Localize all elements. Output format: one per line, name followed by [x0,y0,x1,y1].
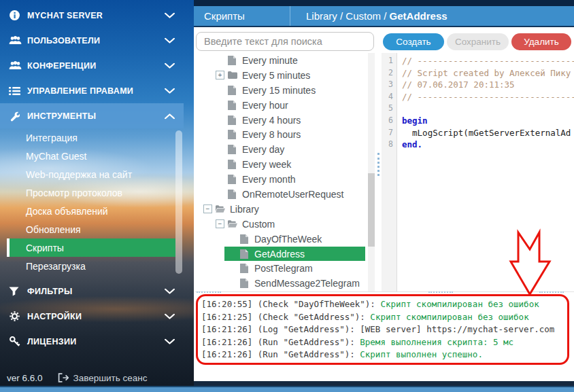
sidebar-item-tools[interactable]: ИНСТРУМЕНТЫ [0,103,184,128]
tree-item-library[interactable]: −Library [195,202,368,217]
chevron-down-icon[interactable] [165,313,175,319]
search-input[interactable] [196,32,374,51]
line-number: 1 [382,55,396,67]
expand-plus-icon[interactable]: + [216,71,224,79]
tree-item-day-of-the-week[interactable]: DayOfTheWeek [195,232,368,247]
tree-item-every-hour[interactable]: Every hour [195,98,368,113]
main-area: Скрипты Library / Custom / GetAddress Со… [194,0,574,392]
sidebar-item-users[interactable]: ПОЛЬЗОВАТЕЛИ [0,28,184,53]
tree-item-label: Every hour [242,100,288,111]
sidebar-item-label: НАСТРОЙКИ [27,312,82,321]
sidebar-item-conferences[interactable]: КОНФЕРЕНЦИИ [0,53,184,78]
line-number: 5 [382,103,396,115]
sidebar-footer: ver 6.6.0 Завершить сеанс [0,370,194,385]
tab-scripts[interactable]: Скрипты [194,6,290,26]
tree-item-label: Library [230,204,259,215]
code-line: // -------------------------------------… [402,55,574,67]
log-message: Скрипт скомпилирован без ошибок [370,312,528,322]
create-button[interactable]: Создать [383,33,444,50]
tree-item-every-month[interactable]: Every month [195,172,368,187]
folder-open-icon [228,220,237,228]
sidebar-subitem-label: Web-поддержка на сайт [26,169,132,180]
editor-gutter: 12345678 [382,53,397,291]
console-log-line: [16:21:26] (Log "GetAddress"): [WEB serv… [201,323,574,336]
tree-scrollbar-track[interactable] [368,53,375,291]
sidebar-item-licenses[interactable]: ЛИЦЕНЗИИ [0,329,184,354]
line-number: 6 [382,115,396,127]
code-editor[interactable]: 12345678 // ----------------------------… [382,53,574,291]
tree-item-every-week[interactable]: Every week [195,157,368,172]
collapse-minus-icon[interactable]: − [216,219,224,228]
wrench-icon [9,111,27,122]
save-button[interactable]: Сохранить [447,33,509,50]
sidebar-item-settings[interactable]: НАСТРОЙКИ [0,304,184,329]
chevron-down-icon[interactable] [165,338,175,344]
log-message: Скрипт выполнен успешно. [360,349,483,359]
console-divider [195,291,574,292]
delete-button[interactable]: Удалить [511,33,571,50]
tree-item-custom[interactable]: −Custom [195,217,368,232]
collapse-minus-icon[interactable]: − [203,204,212,213]
version-label: ver 6.6.0 [7,373,43,383]
sidebar-scrollbar[interactable] [175,130,182,274]
sidebar-subitem-label: Скрипты [26,243,64,253]
users-icon [9,35,27,46]
sidebar-item-scripts[interactable]: Скрипты [7,238,175,257]
tree-item-label: Custom [242,219,275,230]
line-number: 7 [382,127,396,139]
tree-item-on-remote-user-request[interactable]: OnRemoteUserRequest [195,187,368,202]
file-icon [228,160,237,169]
chevron-down-icon[interactable] [165,63,175,69]
sidebar-subitem-label: Просмотр протоколов [26,188,122,198]
tree-item-every-minute[interactable]: Every minute [195,53,368,68]
filter-icon [9,287,27,296]
log-message: Скрипт скомпилирован без ошибок [380,299,539,309]
chevron-down-icon[interactable] [165,37,175,43]
sidebar-item-announcements[interactable]: Доска объявлений [0,202,175,220]
line-number: 2 [382,67,396,79]
logout-button[interactable]: Завершить сеанс [58,373,148,383]
header-bar: Скрипты Library / Custom / GetAddress [194,6,574,27]
sidebar-item-protocol-view[interactable]: Просмотр протоколов [0,183,175,202]
tree-item-label: PostTelegram [254,263,313,274]
sidebar-item-label: ПОЛЬЗОВАТЕЛИ [27,36,100,46]
tree-item-get-address[interactable]: GetAddress [195,247,368,262]
chevron-down-icon[interactable] [165,288,175,294]
sidebar-item-integration[interactable]: Интеграция [0,128,175,147]
sidebar-item-filters[interactable]: ФИЛЬТРЫ [0,279,184,304]
tree-item-every-8-hours[interactable]: Every 8 hours [195,127,368,142]
tree-item-label: Every day [242,144,284,155]
tree-item-every-day[interactable]: Every day [195,142,368,157]
sidebar-item-mychat-server[interactable]: MYCHAT SERVER [0,3,184,28]
chevron-down-icon[interactable] [165,12,175,18]
sidebar-item-web-support[interactable]: Web-поддержка на сайт [0,165,175,183]
chevron-up-icon[interactable] [165,113,175,119]
tree-item-label: Every 5 minutes [242,70,310,81]
tree-item-every-5-minutes[interactable]: +Every 5 minutes [195,68,368,83]
tree-item-every-15-minutes[interactable]: Every 15 minutes [195,83,368,98]
key-icon [9,336,27,347]
sidebar-item-updates[interactable]: Обновления [0,220,175,238]
panel-splitter[interactable] [377,53,381,291]
tree-item-every-4-hours[interactable]: Every 4 hours [195,113,368,128]
sidebar-item-label: КОНФЕРЕНЦИИ [27,61,97,71]
sidebar-item-permissions[interactable]: УПРАВЛЕНИЕ ПРАВАМИ [0,78,184,103]
code-line: // -------------------------------------… [402,91,574,103]
info-icon [9,10,27,21]
tree-item-post-telegram[interactable]: PostTelegram [195,261,368,276]
log-prefix: [16:21:26] (Run "GetAddress"): [201,337,360,347]
sidebar-item-mychat-guest[interactable]: MyChat Guest [0,147,175,165]
tree-item-send-message-2-telegram[interactable]: SendMessage2Telegram [195,276,368,291]
log-prefix: [16:21:26] (Log "GetAddress"): [201,324,360,334]
breadcrumb-current: GetAddress [390,10,448,22]
mychat-admin-window: MYCHAT SERVERПОЛЬЗОВАТЕЛИКОНФЕРЕНЦИИУПРА… [0,0,574,392]
file-icon [228,130,237,139]
tab-scripts-label: Скрипты [204,10,245,22]
tree-item-label: Every minute [242,55,298,66]
tree-item-label: DayOfTheWeek [254,234,322,245]
top-strip [194,0,574,6]
tree-scrollbar-thumb[interactable] [368,173,375,247]
sidebar-item-restart[interactable]: Перезагрузка [0,257,175,275]
chevron-down-icon[interactable] [165,88,175,94]
file-icon [240,249,250,259]
